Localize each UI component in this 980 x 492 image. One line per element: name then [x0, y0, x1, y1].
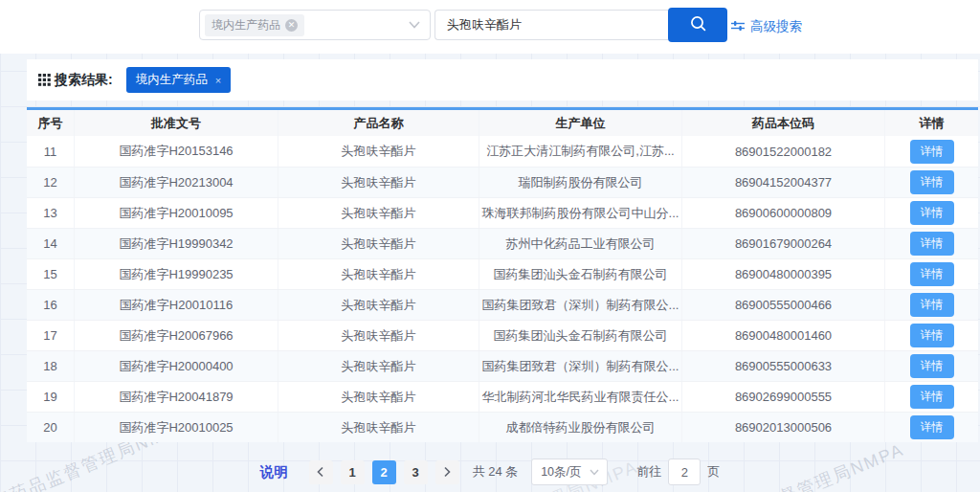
prev-page-button[interactable]: [309, 460, 333, 484]
cell-product-name: 头孢呋辛酯片: [278, 259, 479, 289]
cell-detail: 详情: [884, 229, 978, 258]
table-row: 11国药准字H20153146头孢呋辛酯片江苏正大清江制药有限公司,江苏...8…: [27, 136, 978, 167]
cell-detail: 详情: [884, 168, 978, 197]
active-filter-tag: 境内生产药品 ×: [126, 67, 231, 93]
goto-page-input[interactable]: [668, 458, 701, 485]
cell-index: 19: [27, 382, 74, 412]
goto-suffix: 页: [707, 463, 720, 481]
cell-approval-number: 国药准字H20213004: [74, 168, 278, 197]
column-header-detail: 详情: [884, 110, 978, 136]
search-button[interactable]: [668, 8, 727, 42]
cell-index: 15: [27, 259, 74, 289]
detail-button[interactable]: 详情: [910, 262, 954, 286]
sliders-icon: [731, 20, 745, 34]
page-button-1[interactable]: 1: [341, 460, 365, 484]
chevron-down-icon: [409, 21, 420, 29]
cell-index: 13: [27, 198, 74, 228]
cell-drug-code: 86900480001460: [681, 321, 884, 350]
cell-manufacturer: 瑞阳制药股份有限公司: [479, 168, 681, 197]
cell-index: 14: [27, 229, 74, 258]
cell-drug-code: 86902699000555: [681, 382, 884, 412]
cell-detail: 详情: [884, 198, 978, 228]
cell-product-name: 头孢呋辛酯片: [278, 382, 479, 412]
cell-product-name: 头孢呋辛酯片: [278, 351, 479, 381]
cell-detail: 详情: [884, 290, 978, 320]
tag-close-icon[interactable]: ✕: [285, 19, 298, 32]
cell-approval-number: 国药准字H19990235: [74, 259, 278, 289]
table-row: 17国药准字H20067966头孢呋辛酯片国药集团汕头金石制药有限公司86900…: [27, 320, 978, 350]
active-filter-label: 境内生产药品: [136, 72, 208, 88]
detail-button[interactable]: 详情: [910, 140, 954, 164]
detail-button[interactable]: 详情: [910, 385, 954, 409]
cell-detail: 详情: [884, 259, 978, 289]
search-icon: [689, 14, 707, 35]
cell-approval-number: 国药准字H20041879: [74, 382, 278, 412]
results-label: 搜索结果:: [38, 72, 113, 89]
page-size-select[interactable]: 10条/页: [531, 458, 608, 485]
cell-approval-number: 国药准字H19990342: [74, 229, 278, 258]
column-header-index: 序号: [27, 110, 74, 136]
cell-product-name: 头孢呋辛酯片: [278, 136, 479, 167]
page-button-3[interactable]: 3: [404, 460, 428, 484]
cell-drug-code: 86900480000395: [681, 259, 884, 289]
cell-drug-code: 86904152004377: [681, 168, 884, 197]
detail-button[interactable]: 详情: [910, 232, 954, 256]
cell-detail: 详情: [884, 413, 978, 442]
results-bar: 搜索结果: 境内生产药品 ×: [27, 59, 978, 101]
filter-tag-close-icon[interactable]: ×: [215, 75, 221, 86]
table-row: 16国药准字H20010116头孢呋辛酯片国药集团致君（深圳）制药有限公...8…: [27, 289, 978, 320]
detail-button[interactable]: 详情: [910, 415, 954, 439]
cell-drug-code: 86900555000466: [681, 290, 884, 320]
cell-approval-number: 国药准字H20010116: [74, 290, 278, 320]
cell-product-name: 头孢呋辛酯片: [278, 290, 479, 320]
detail-button[interactable]: 详情: [910, 324, 954, 347]
table-body: 11国药准字H20153146头孢呋辛酯片江苏正大清江制药有限公司,江苏...8…: [27, 136, 978, 442]
cell-index: 17: [27, 321, 74, 350]
column-header-approval-number: 批准文号: [74, 110, 278, 136]
advanced-search-link[interactable]: 高级搜索: [731, 18, 802, 35]
cell-approval-number: 国药准字H20153146: [74, 136, 278, 167]
cell-manufacturer: 国药集团汕头金石制药有限公司: [479, 321, 681, 350]
category-select[interactable]: 境内生产药品 ✕: [199, 10, 431, 40]
detail-button[interactable]: 详情: [910, 170, 954, 194]
pager-pages: 123: [341, 460, 428, 484]
results-label-text: 搜索结果:: [55, 72, 113, 89]
cell-index: 12: [27, 168, 74, 197]
note-link[interactable]: 说明: [260, 463, 288, 481]
cell-drug-code: 86901679000264: [681, 229, 884, 258]
cell-detail: 详情: [884, 351, 978, 381]
detail-button[interactable]: 详情: [910, 293, 954, 317]
column-header-manufacturer: 生产单位: [479, 110, 681, 136]
category-tag: 境内生产药品 ✕: [205, 14, 304, 36]
results-table: 序号 批准文号 产品名称 生产单位 药品本位码 详情 11国药准字H201531…: [27, 107, 978, 442]
search-bar: 境内生产药品 ✕ 高级搜索: [0, 0, 980, 54]
total-count: 共 24 条: [473, 463, 519, 481]
page-button-2[interactable]: 2: [372, 460, 396, 484]
detail-button[interactable]: 详情: [910, 201, 954, 225]
cell-manufacturer: 华北制药河北华民药业有限责任公...: [479, 382, 681, 412]
column-header-drug-code: 药品本位码: [681, 110, 884, 136]
cell-product-name: 头孢呋辛酯片: [278, 198, 479, 228]
table-row: 19国药准字H20041879头孢呋辛酯片华北制药河北华民药业有限责任公...8…: [27, 381, 978, 412]
cell-approval-number: 国药准字H20010095: [74, 198, 278, 228]
grid-icon: [38, 74, 51, 86]
cell-detail: 详情: [884, 321, 978, 350]
cell-index: 18: [27, 351, 74, 381]
cell-detail: 详情: [884, 382, 978, 412]
next-page-button[interactable]: [435, 460, 459, 484]
table-header-row: 序号 批准文号 产品名称 生产单位 药品本位码 详情: [27, 110, 978, 136]
cell-manufacturer: 国药集团致君（深圳）制药有限公...: [479, 290, 681, 320]
cell-index: 16: [27, 290, 74, 320]
cell-approval-number: 国药准字H20010025: [74, 413, 278, 442]
search-input[interactable]: [434, 10, 668, 40]
table-row: 15国药准字H19990235头孢呋辛酯片国药集团汕头金石制药有限公司86900…: [27, 258, 978, 289]
cell-product-name: 头孢呋辛酯片: [278, 229, 479, 258]
cell-manufacturer: 国药集团致君（深圳）制药有限公...: [479, 351, 681, 381]
category-tag-label: 境内生产药品: [212, 17, 280, 34]
detail-button[interactable]: 详情: [910, 354, 954, 378]
cell-product-name: 头孢呋辛酯片: [278, 321, 479, 350]
table-row: 20国药准字H20010025头孢呋辛酯片成都倍特药业股份有限公司8690201…: [27, 412, 978, 442]
cell-manufacturer: 江苏正大清江制药有限公司,江苏...: [479, 136, 681, 167]
cell-index: 20: [27, 413, 74, 442]
chevron-down-icon: [590, 469, 599, 476]
